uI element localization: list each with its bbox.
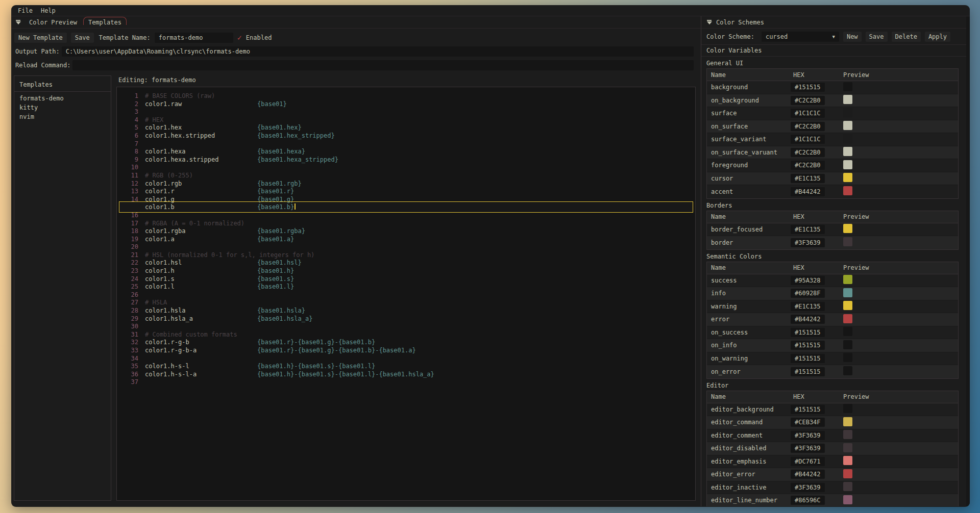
variable-hex-input[interactable]: #3F3639 <box>791 238 825 247</box>
menu-item-help[interactable]: Help <box>41 7 56 14</box>
scheme-new-button[interactable]: New <box>843 32 862 42</box>
editor-line[interactable]: 9color1.hexa.stripped{base01.hexa_stripp… <box>121 156 692 164</box>
scheme-apply-button[interactable]: Apply <box>925 32 950 42</box>
variable-hex-input[interactable]: #E1C135 <box>791 174 825 183</box>
editor-line[interactable]: 29color1.hsla_a{base01.hsla_a} <box>121 315 692 323</box>
editor-line[interactable]: 23color1.h{base01.h} <box>121 267 692 275</box>
color-swatch[interactable] <box>843 366 852 375</box>
variable-hex-input[interactable]: #151515 <box>791 328 825 337</box>
variable-hex-input[interactable]: #1C1C1C <box>791 109 825 118</box>
color-swatch[interactable] <box>843 417 852 426</box>
collapse-panel-icon[interactable] <box>706 20 712 24</box>
color-swatch[interactable] <box>843 237 852 246</box>
variable-hex-input[interactable]: #3F3639 <box>791 483 825 492</box>
editor-line[interactable]: 33color1.r-g-b-a{base01.r}-{base01.g}-{b… <box>121 347 692 355</box>
template-name-input[interactable] <box>155 33 233 43</box>
editor-line[interactable]: 4# HEX <box>121 116 692 124</box>
color-swatch[interactable] <box>843 160 852 169</box>
color-swatch[interactable] <box>843 275 852 284</box>
editor-line[interactable]: 6color1.hex.stripped{base01.hex_stripped… <box>121 132 692 140</box>
editor-line[interactable]: 21# HSL (normalized 0-1 for s,l, integer… <box>121 251 692 260</box>
variable-hex-input[interactable]: #95A328 <box>791 276 825 285</box>
editor-current-line[interactable]: color1.b{base01.b} <box>121 203 692 212</box>
editor-line[interactable]: 20 <box>121 243 692 251</box>
color-swatch[interactable] <box>843 173 852 182</box>
variable-hex-input[interactable]: #E1C135 <box>791 225 825 234</box>
variable-hex-input[interactable]: #C2C2B0 <box>791 148 825 157</box>
variable-hex-input[interactable]: #C2C2B0 <box>791 161 825 170</box>
template-list-item-nvim[interactable]: nvim <box>14 112 111 121</box>
color-swatch[interactable] <box>843 95 852 104</box>
editor-line[interactable]: 24color1.s{base01.s} <box>121 275 692 284</box>
editor-line[interactable]: 27# HSLA <box>121 299 692 307</box>
variable-hex-input[interactable]: #151515 <box>791 405 825 414</box>
variable-hex-input[interactable]: #DC7671 <box>791 457 825 466</box>
color-swatch[interactable] <box>843 482 852 491</box>
editor-line[interactable]: 32color1.r-g-b{base01.r}-{base01.g}-{bas… <box>121 339 692 347</box>
editor-line[interactable]: 16 <box>121 212 692 220</box>
color-swatch[interactable] <box>843 430 852 439</box>
color-swatch[interactable] <box>843 340 852 349</box>
variable-hex-input[interactable]: #1C1C1C <box>791 135 825 144</box>
editor-line[interactable]: 1# BASE COLORS (raw) <box>121 92 692 100</box>
variable-hex-input[interactable]: #B44242 <box>791 315 825 324</box>
editor-line[interactable]: 11# RGB (0-255) <box>121 172 692 180</box>
reload-command-input[interactable] <box>72 60 694 70</box>
scheme-save-button[interactable]: Save <box>866 32 888 42</box>
color-swatch[interactable] <box>843 469 852 478</box>
new-template-button[interactable]: New Template <box>14 33 67 43</box>
editor-line[interactable]: 22color1.hsl{base01.hsl} <box>121 259 692 267</box>
editor-line[interactable]: 36color1.h-s-l-a{base01.h}-{base01.s}-{b… <box>121 371 692 379</box>
variable-hex-input[interactable]: #C2C2B0 <box>791 122 825 131</box>
variable-hex-input[interactable]: #86596C <box>791 496 825 505</box>
editor-line[interactable]: 17# RGBA (A = 0-1 normalized) <box>121 220 692 228</box>
editor-line[interactable]: 35color1.h-s-l{base01.h}-{base01.s}-{bas… <box>121 363 692 371</box>
variable-hex-input[interactable]: #151515 <box>791 354 825 363</box>
variable-hex-input[interactable]: #3F3639 <box>791 444 825 453</box>
variable-hex-input[interactable]: #B44242 <box>791 470 825 479</box>
editor-line[interactable]: 25color1.l{base01.l} <box>121 283 692 291</box>
variable-hex-input[interactable]: #C2C2B0 <box>791 96 825 105</box>
editor-line[interactable]: 2color1.raw{base01} <box>121 100 692 109</box>
template-list-item-kitty[interactable]: kitty <box>14 103 111 112</box>
color-swatch[interactable] <box>843 147 852 156</box>
collapse-panel-icon[interactable] <box>15 20 21 24</box>
editor-line[interactable]: 14color1.g{base01.g} <box>121 196 692 204</box>
variable-hex-input[interactable]: #3F3639 <box>791 431 825 440</box>
save-template-button[interactable]: Save <box>71 33 94 43</box>
tab-color-preview[interactable]: Color Preview <box>25 18 81 27</box>
tab-templates[interactable]: Templates <box>84 18 126 27</box>
variable-hex-input[interactable]: #E1C135 <box>791 302 825 311</box>
output-path-input[interactable] <box>62 46 694 57</box>
enabled-checkbox[interactable]: ✓ <box>237 34 242 42</box>
color-swatch[interactable] <box>843 456 852 465</box>
editor-line[interactable]: 30 <box>121 323 692 331</box>
color-swatch[interactable] <box>843 288 852 297</box>
color-swatch[interactable] <box>843 443 852 452</box>
variable-hex-input[interactable]: #151515 <box>791 341 825 350</box>
editor-line[interactable]: 34 <box>121 355 692 363</box>
variable-hex-input[interactable]: #151515 <box>791 367 825 376</box>
editor-line[interactable]: 18color1.rgba{base01.rgba} <box>121 227 692 236</box>
color-swatch[interactable] <box>843 301 852 310</box>
scheme-delete-button[interactable]: Delete <box>892 32 921 42</box>
editor-line[interactable]: 26 <box>121 291 692 299</box>
editor-line[interactable]: 31# Combined custom formats <box>121 331 692 339</box>
color-swatch[interactable] <box>843 82 852 91</box>
color-swatch[interactable] <box>843 134 852 143</box>
editor-line[interactable]: 12color1.rgb{base01.rgb} <box>121 180 692 188</box>
variable-hex-input[interactable]: #60928F <box>791 289 825 298</box>
color-swatch[interactable] <box>843 186 852 195</box>
editor-line[interactable]: 7 <box>121 140 692 148</box>
editor-line[interactable]: 10 <box>121 164 692 172</box>
color-swatch[interactable] <box>843 224 852 233</box>
editor-line[interactable]: 37 <box>121 378 692 387</box>
editor-line[interactable]: 13color1.r{base01.r} <box>121 188 692 196</box>
color-swatch[interactable] <box>843 121 852 130</box>
template-editor[interactable]: 1# BASE COLORS (raw)2color1.raw{base01}3… <box>116 87 696 501</box>
template-list-item-formats-demo[interactable]: formats-demo <box>14 94 111 103</box>
color-swatch[interactable] <box>843 314 852 323</box>
variable-hex-input[interactable]: #151515 <box>791 83 825 92</box>
menu-item-file[interactable]: File <box>18 7 33 14</box>
color-swatch[interactable] <box>843 108 852 117</box>
